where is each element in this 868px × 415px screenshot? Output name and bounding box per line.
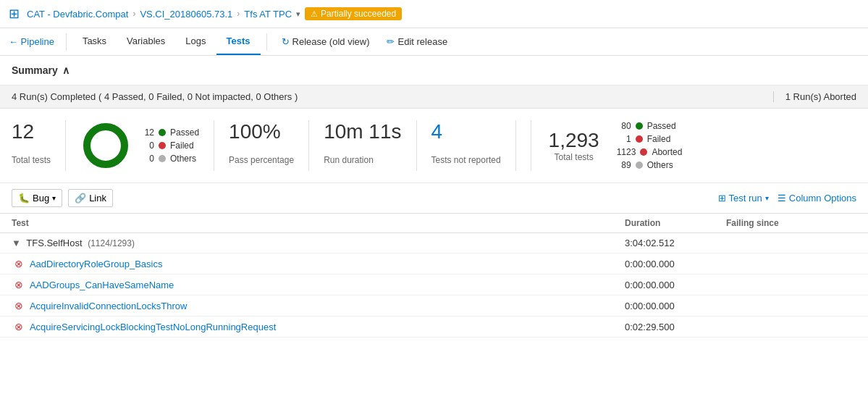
test-duration: 0:00:00.000 [625, 301, 726, 311]
aborted-legend-others: 89 Others [617, 160, 683, 170]
group-cell: ▼ TFS.SelfHost (1124/1293) [12, 238, 625, 248]
col-header-test: Test [12, 218, 625, 228]
aborted-failed-dot [636, 135, 643, 143]
warning-icon: ⚠ [311, 9, 318, 19]
failed-dot [159, 142, 166, 149]
aborted-passed-label: Passed [647, 121, 676, 131]
table-header: Test Duration Failing since [0, 214, 868, 233]
nav-back-button[interactable]: ← Pipeline [9, 36, 54, 47]
nav-action-label-release: Release (old view) [292, 36, 370, 47]
breadcrumb-sep-1: › [237, 9, 240, 19]
legend-passed-label: Passed [170, 127, 199, 138]
nav-label-variables: Variables [127, 35, 165, 46]
nav-label-tests: Tests [227, 35, 250, 46]
column-options-icon: ☰ [778, 193, 786, 204]
aborted-legend: 80 Passed 1 Failed 1123 Aborted 89 Other… [617, 121, 683, 170]
group-duration: 3:04:02.512 [625, 238, 726, 248]
aborted-total-value: 1,293 [549, 129, 599, 152]
edit-icon: ✏ [387, 36, 395, 47]
aborted-total: 1,293 Total tests [549, 129, 599, 162]
test-name[interactable]: AcquireServicingLockBlockingTestNoLongRu… [30, 322, 276, 332]
pass-pct-section: 100% Pass percentage [229, 120, 309, 171]
total-tests-section: 12 Total tests [12, 120, 66, 171]
toolbar-right: ⊞ Test run ▾ ☰ Column Options [718, 193, 856, 204]
link-button[interactable]: 🔗 Link [68, 189, 113, 207]
test-cell: ⊗ AcquireServicingLockBlockingTestNoLong… [14, 321, 625, 332]
aborted-section: 1,293 Total tests 80 Passed 1 Failed 112… [531, 120, 856, 171]
nav-divider [66, 33, 67, 51]
total-tests-label: Total tests [12, 155, 51, 165]
nav-item-variables[interactable]: Variables [117, 28, 175, 55]
passed-dot [159, 129, 166, 136]
aborted-total-label: Total tests [549, 152, 599, 162]
metrics-row: 12 Total tests 12 Passed 0 Failed [0, 109, 868, 183]
aborted-stats: 1 Run(s) Aborted [773, 91, 856, 102]
breadcrumb-item-0[interactable]: CAT - Devfabric.Compat [27, 9, 128, 20]
legend-others: 0 Others [140, 154, 199, 164]
test-duration: 0:00:00.000 [625, 280, 726, 290]
legend-passed-count: 12 [140, 127, 154, 138]
not-reported-value: 4 [431, 120, 443, 143]
nav-item-logs[interactable]: Logs [175, 28, 216, 55]
stats-band: 4 Run(s) Completed ( 4 Passed, 0 Failed,… [0, 85, 868, 109]
refresh-icon: ↻ [282, 36, 290, 47]
nav-action-label-edit: Edit release [397, 36, 447, 47]
breadcrumb-item-2[interactable]: Tfs AT TPC [244, 9, 292, 20]
breadcrumb-item-1[interactable]: VS.CI_20180605.73.1 [140, 9, 232, 20]
test-name[interactable]: AadDirectoryRoleGroup_Basics [30, 259, 163, 269]
nav-action-release-old[interactable]: ↻ Release (old view) [273, 30, 379, 53]
completed-stats: 4 Run(s) Completed ( 4 Passed, 0 Failed,… [12, 91, 773, 102]
nav-item-tests[interactable]: Tests [216, 28, 261, 55]
aborted-legend-aborted: 1123 Aborted [617, 147, 683, 157]
link-label: Link [89, 193, 106, 204]
table-row: ▼ TFS.SelfHost (1124/1293) 3:04:02.512 [0, 233, 868, 253]
test-cell: ⊗ AADGroups_CanHaveSameName [14, 279, 625, 290]
aborted-legend-failed: 1 Failed [617, 134, 683, 144]
bug-button[interactable]: 🐛 Bug ▾ [12, 189, 62, 207]
summary-header: Summary ∧ [0, 56, 868, 85]
nav-bar: ← Pipeline Tasks Variables Logs Tests ↻ … [0, 28, 868, 56]
donut-chart [80, 120, 131, 171]
table-row: ⊗ AcquireInvalidConnectionLocksThrow 0:0… [0, 295, 868, 317]
total-tests-value: 12 [12, 120, 34, 143]
col-header-duration: Duration [625, 218, 726, 228]
legend-others-count: 0 [140, 154, 154, 164]
bug-icon: 🐛 [18, 193, 30, 204]
test-name[interactable]: AADGroups_CanHaveSameName [30, 280, 174, 290]
nav-item-tasks[interactable]: Tasks [72, 28, 117, 55]
test-run-button[interactable]: ⊞ Test run ▾ [718, 193, 769, 204]
col-header-failing: Failing since [726, 218, 856, 228]
run-duration-section: 10m 11s Run duration [324, 120, 416, 171]
aborted-passed-count: 80 [617, 121, 631, 131]
others-dot [159, 155, 166, 162]
app-logo: ⊞ [9, 6, 20, 22]
summary-toggle-button[interactable]: ∧ [62, 64, 69, 76]
column-options-button[interactable]: ☰ Column Options [778, 193, 856, 204]
breadcrumb-dropdown-icon[interactable]: ▾ [296, 9, 300, 19]
not-reported-label: Tests not reported [431, 155, 501, 165]
test-name[interactable]: AcquireInvalidConnectionLocksThrow [30, 301, 187, 311]
nav-divider-2 [266, 33, 267, 51]
link-icon: 🔗 [75, 193, 86, 204]
test-cell: ⊗ AcquireInvalidConnectionLocksThrow [14, 300, 625, 311]
nav-label-logs: Logs [185, 35, 206, 46]
status-text: Partially succeeded [321, 9, 396, 19]
nav-action-edit[interactable]: ✏ Edit release [378, 30, 456, 53]
group-name[interactable]: TFS.SelfHost [26, 238, 82, 248]
breadcrumb-sep-0: › [132, 9, 135, 19]
svg-point-1 [87, 127, 125, 164]
legend-passed: 12 Passed [140, 127, 199, 138]
summary-title: Summary [12, 64, 58, 76]
aborted-others-dot [636, 162, 643, 169]
test-aborted-icon: ⊗ [14, 321, 23, 332]
expand-icon[interactable]: ▼ [12, 238, 21, 248]
toolbar: 🐛 Bug ▾ 🔗 Link ⊞ Test run ▾ ☰ Column Opt… [0, 183, 868, 214]
donut-section: 12 Passed 0 Failed 0 Others [80, 120, 214, 171]
aborted-others-count: 89 [617, 160, 631, 170]
aborted-aborted-label: Aborted [652, 147, 682, 157]
aborted-legend-passed: 80 Passed [617, 121, 683, 131]
test-duration: 0:02:29.500 [625, 322, 726, 332]
test-aborted-icon: ⊗ [14, 258, 23, 269]
not-reported-section: 4 Tests not reported [431, 120, 516, 171]
legend-others-label: Others [170, 154, 196, 164]
